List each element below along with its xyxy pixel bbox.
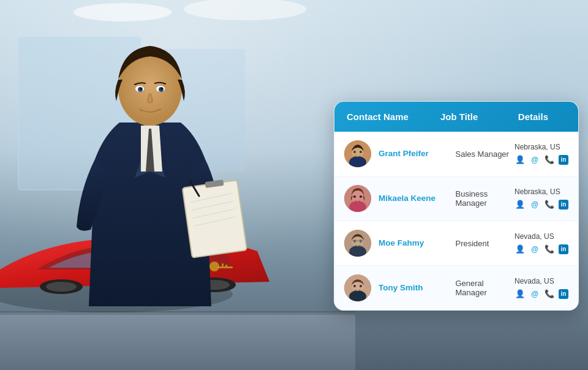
svg-point-20 — [140, 88, 142, 90]
location-3: Nevada, US — [514, 232, 568, 241]
contact-row-1: Grant Pfeifer Sales Manager Nebraska, US… — [334, 132, 578, 176]
job-title-2: Business Manager — [455, 189, 514, 208]
svg-point-53 — [360, 285, 362, 287]
svg-point-29 — [209, 262, 219, 271]
phone-icon-2[interactable]: 📞 — [544, 199, 555, 210]
icons-row-3: 👤 @ 📞 in — [514, 244, 568, 255]
linkedin-icon-4[interactable]: in — [559, 289, 568, 299]
person-icon-2[interactable]: 👤 — [514, 199, 526, 210]
linkedin-icon-2[interactable]: in — [559, 200, 568, 210]
person-icon-4[interactable]: 👤 — [514, 289, 526, 300]
svg-rect-12 — [0, 312, 355, 370]
svg-point-21 — [160, 88, 163, 90]
avatar-3 — [344, 230, 371, 257]
icons-row-4: 👤 @ 📞 in — [514, 289, 568, 300]
phone-icon-3[interactable]: 📞 — [544, 244, 555, 255]
panel-header: Contact Name Job Title Details — [334, 102, 578, 132]
job-title-4: General Manager — [455, 279, 514, 297]
details-4: Nevada, US 👤 @ 📞 in — [514, 277, 568, 300]
location-2: Nebraska, US — [514, 187, 568, 196]
avatar-2 — [344, 185, 371, 212]
linkedin-icon-3[interactable]: in — [559, 244, 568, 254]
email-icon-1[interactable]: @ — [529, 154, 540, 165]
contact-row-2: Mikaela Keene Business Manager Nebraska,… — [334, 176, 578, 221]
header-job-title: Job Title — [428, 102, 506, 132]
avatar-4 — [344, 274, 371, 301]
svg-rect-30 — [217, 266, 233, 268]
svg-point-3 — [74, 3, 172, 21]
svg-point-37 — [360, 151, 362, 153]
person-icon-3[interactable]: 👤 — [514, 244, 526, 255]
svg-point-41 — [353, 195, 356, 198]
svg-rect-13 — [0, 311, 355, 315]
phone-icon-4[interactable]: 📞 — [544, 289, 555, 300]
email-icon-4[interactable]: @ — [529, 289, 540, 300]
job-title-3: President — [455, 239, 514, 248]
svg-rect-22 — [183, 180, 247, 257]
svg-point-52 — [353, 285, 356, 287]
job-title-1: Sales Manager — [455, 149, 514, 159]
contact-name-4[interactable]: Tony Smith — [379, 282, 455, 293]
contact-name-1[interactable]: Grant Pfeifer — [379, 148, 455, 159]
svg-rect-31 — [222, 263, 224, 266]
svg-point-42 — [360, 195, 362, 198]
svg-point-9 — [46, 282, 77, 292]
contact-row-4: Tony Smith General Manager Nevada, US 👤 … — [334, 266, 578, 310]
email-icon-2[interactable]: @ — [529, 199, 540, 210]
contact-name-3[interactable]: Moe Fahmy — [379, 238, 455, 249]
contact-panel: Contact Name Job Title Details Grant Pfe… — [334, 101, 579, 311]
email-icon-3[interactable]: @ — [529, 244, 540, 255]
header-details: Details — [506, 102, 578, 132]
svg-point-36 — [353, 151, 356, 153]
details-1: Nebraska, US 👤 @ 📞 in — [514, 143, 568, 165]
linkedin-icon-1[interactable]: in — [559, 155, 568, 165]
contact-row-3: Moe Fahmy President Nevada, US 👤 @ 📞 in — [334, 221, 578, 266]
avatar-1 — [344, 140, 371, 167]
icons-row-1: 👤 @ 📞 in — [514, 154, 568, 165]
svg-rect-32 — [225, 265, 227, 267]
location-1: Nebraska, US — [514, 143, 568, 151]
icons-row-2: 👤 @ 📞 in — [514, 199, 568, 210]
phone-icon-1[interactable]: 📞 — [544, 154, 555, 165]
location-4: Nevada, US — [514, 277, 568, 285]
details-3: Nevada, US 👤 @ 📞 in — [514, 232, 568, 255]
contact-name-2[interactable]: Mikaela Keene — [379, 193, 455, 204]
header-contact-name: Contact Name — [334, 102, 428, 132]
details-2: Nebraska, US 👤 @ 📞 in — [514, 187, 568, 210]
person-icon-1[interactable]: 👤 — [514, 154, 526, 165]
